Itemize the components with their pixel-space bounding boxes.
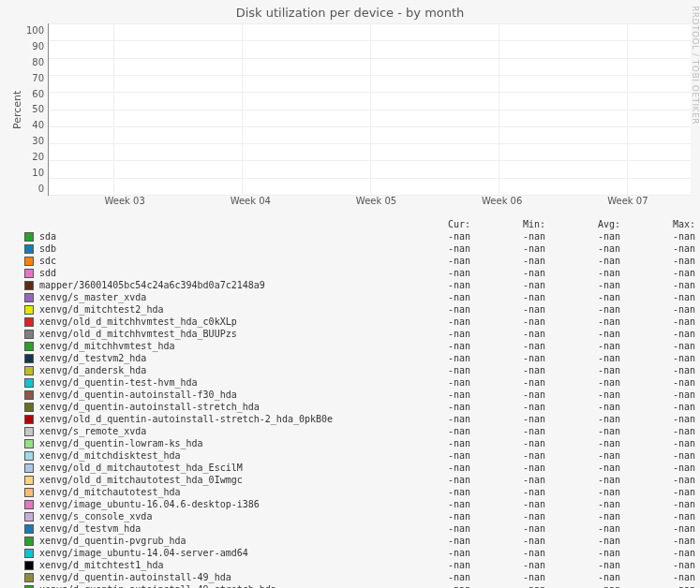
legend-min: -nan (470, 425, 545, 437)
legend-avg: -nan (545, 462, 620, 474)
legend-swatch (24, 281, 34, 290)
y-tick: 50 (32, 104, 44, 114)
legend-min: -nan (470, 474, 545, 486)
legend-swatch (24, 488, 34, 497)
legend-min: -nan (470, 376, 545, 389)
y-axis-label: Percent (9, 23, 24, 196)
legend-row: xenvg/d_mitchhvmtest_hda-nan-nan-nan-nan (24, 340, 691, 352)
legend-max: -nan (620, 352, 695, 364)
legend-min: -nan (470, 437, 545, 449)
legend-min: -nan (470, 522, 545, 535)
legend-avg: -nan (545, 583, 620, 588)
legend-avg: -nan (545, 449, 620, 462)
legend-min: -nan (470, 571, 545, 583)
legend-min: -nan (470, 243, 545, 255)
legend-row: xenvg/d_quentin-autoinstall-f30_hda-nan-… (24, 389, 691, 401)
legend-cur: -nan (395, 486, 470, 498)
legend-min: -nan (470, 559, 545, 571)
legend-avg: -nan (545, 243, 620, 255)
legend-max: -nan (620, 279, 695, 291)
legend-avg: -nan (545, 547, 620, 559)
legend-cur: -nan (395, 389, 470, 401)
legend-min: -nan (470, 462, 545, 474)
legend-series-name: sdc (39, 255, 395, 267)
legend-max: -nan (620, 522, 695, 535)
legend-row: xenvg/d_mitchdisktest_hda-nan-nan-nan-na… (24, 449, 691, 462)
legend-max: -nan (620, 571, 695, 583)
legend-cur: -nan (395, 255, 470, 267)
legend-max: -nan (620, 559, 695, 571)
legend-avg: -nan (545, 522, 620, 535)
legend-avg: -nan (545, 303, 620, 316)
legend-avg: -nan (545, 364, 620, 376)
legend-min: -nan (470, 583, 545, 588)
legend-series-name: xenvg/d_mitchtest2_hda (39, 303, 395, 316)
legend-series-name: xenvg/d_mitchautotest_hda (39, 486, 395, 498)
legend-avg: -nan (545, 571, 620, 583)
legend-series-name: xenvg/image_ubuntu-16.04.6-desktop-i386 (39, 498, 395, 510)
legend-avg: -nan (545, 291, 620, 303)
legend-avg: -nan (545, 316, 620, 328)
legend-row: xenvg/d_quentin-autoinstall-stretch_hda-… (24, 401, 691, 413)
legend-row: xenvg/d_mitchtest1_hda-nan-nan-nan-nan (24, 559, 691, 571)
legend-swatch (24, 317, 34, 327)
legend-cur: -nan (395, 547, 470, 559)
legend-row: xenvg/d_quentin-autoinstall-49_hda-nan-n… (24, 571, 691, 583)
legend-series-name: xenvg/d_quentin-lowram-ks_hda (39, 437, 395, 449)
legend-row: xenvg/d_quentin-lowram-ks_hda-nan-nan-na… (24, 437, 691, 449)
legend-row: xenvg/image_ubuntu-16.04.6-desktop-i386-… (24, 498, 691, 510)
legend-max: -nan (620, 510, 695, 522)
legend-cur: -nan (395, 449, 470, 462)
legend-cur: -nan (395, 376, 470, 389)
legend-series-name: xenvg/d_mitchtest1_hda (39, 559, 395, 571)
legend-header: Cur: Min: Avg: Max: (24, 218, 691, 230)
legend-cur: -nan (395, 401, 470, 413)
legend-swatch (24, 524, 34, 534)
legend-series-name: xenvg/image_ubuntu-14.04-server-amd64 (39, 547, 395, 559)
legend-swatch (24, 573, 34, 582)
legend-swatch (24, 427, 34, 436)
x-axis-ticks: Week 03Week 04Week 05Week 06Week 07 (62, 196, 691, 209)
legend-max: -nan (620, 474, 695, 486)
legend-max: -nan (620, 303, 695, 316)
legend-swatch (24, 257, 34, 266)
legend-avg: -nan (545, 230, 620, 243)
legend-avg: -nan (545, 340, 620, 352)
legend-swatch (24, 378, 34, 388)
legend-series-name: xenvg/d_quentin-autoinstall-49-stretch_h… (39, 583, 395, 588)
legend-min: -nan (470, 303, 545, 316)
legend-max: -nan (620, 401, 695, 413)
legend-max: -nan (620, 413, 695, 425)
legend-max: -nan (620, 267, 695, 279)
legend-row: sda-nan-nan-nan-nan (24, 230, 691, 243)
y-tick: 10 (32, 168, 44, 178)
legend-cur: -nan (395, 583, 470, 588)
legend-row: xenvg/image_ubuntu-14.04-server-amd64-na… (24, 547, 691, 559)
legend-series-name: xenvg/s_remote_xvda (39, 425, 395, 437)
legend-max: -nan (620, 425, 695, 437)
chart-container: RRDTOOL / TOBI OETIKER Disk utilization … (0, 0, 700, 588)
legend-header-cur: Cur: (395, 218, 470, 230)
legend-series-name: xenvg/old_d_mitchhvmtest_hda_BUUPzs (39, 328, 395, 340)
legend-avg: -nan (545, 267, 620, 279)
legend-max: -nan (620, 462, 695, 474)
legend-max: -nan (620, 437, 695, 449)
legend-min: -nan (470, 498, 545, 510)
legend-swatch (24, 293, 34, 302)
legend-cur: -nan (395, 522, 470, 535)
y-tick: 20 (32, 152, 44, 162)
legend-avg: -nan (545, 352, 620, 364)
legend-avg: -nan (545, 486, 620, 498)
legend-header-avg: Avg: (545, 218, 620, 230)
legend-row: xenvg/s_master_xvda-nan-nan-nan-nan (24, 291, 691, 303)
legend-min: -nan (470, 328, 545, 340)
legend-series-name: xenvg/d_quentin-autoinstall-f30_hda (39, 389, 395, 401)
legend-swatch (24, 269, 34, 278)
legend-avg: -nan (545, 510, 620, 522)
legend-avg: -nan (545, 474, 620, 486)
legend-series-name: xenvg/d_quentin-autoinstall-49_hda (39, 571, 395, 583)
legend-swatch (24, 403, 34, 412)
legend-min: -nan (470, 547, 545, 559)
legend-series-name: xenvg/d_testvm_hda (39, 522, 395, 535)
legend-series-name: sda (39, 230, 395, 243)
